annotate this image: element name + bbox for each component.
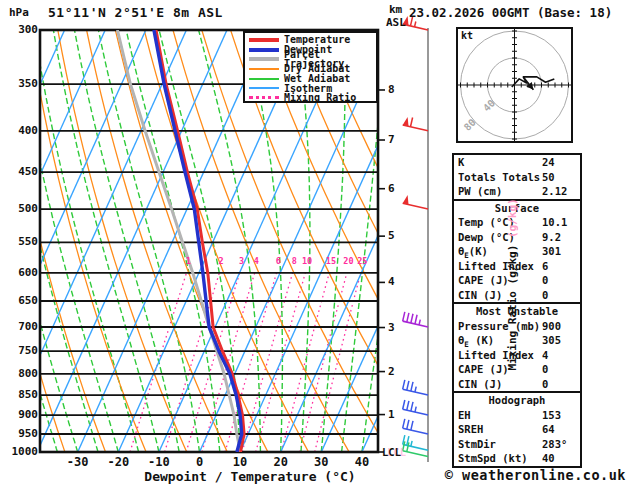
altitude-axis-unit-asl: ASL xyxy=(386,16,406,29)
table-row: StmSpd (kt)40 xyxy=(454,451,580,466)
parcel-trajectory-swatch-icon xyxy=(249,57,279,61)
table-row-label: θE(K) xyxy=(458,244,542,259)
legend-item: Mixing Ratio xyxy=(249,93,376,103)
table-row-value: 153 xyxy=(542,408,576,423)
lcl-marker-label: LCL xyxy=(382,446,401,458)
mixing-ratio-line xyxy=(281,273,329,452)
temperature-tick-label: -10 xyxy=(142,455,176,469)
temperature-tick-label: -20 xyxy=(101,455,135,469)
pressure-label: 850 xyxy=(2,388,38,401)
dry-adiabat-line xyxy=(87,30,228,452)
wind-barb xyxy=(403,400,428,415)
table-row-label: K xyxy=(458,155,542,170)
table-row-label: StmSpd (kt) xyxy=(458,451,542,466)
table-row-label: Lifted Index xyxy=(458,348,542,363)
table-section: K24Totals Totals50PW (cm)2.12 xyxy=(454,155,580,199)
mixing-ratio-line xyxy=(186,273,240,452)
hodograph-unit-label: kt xyxy=(461,30,473,41)
mixing-ratio-value-label: 4 xyxy=(248,256,264,266)
dewpoint-swatch-icon xyxy=(249,48,279,52)
wet-adiabat-line xyxy=(34,30,138,452)
sounding-curves xyxy=(117,30,244,452)
table-row-label: Totals Totals xyxy=(458,170,542,185)
table-row-label: CIN (J) xyxy=(458,288,542,303)
dry-adiabat-line xyxy=(605,30,629,452)
mixing-ratio-axis-ghost: (g/kg) xyxy=(506,198,519,244)
table-row-label: StmDir xyxy=(458,437,542,452)
table-row-label: Lifted Index xyxy=(458,259,542,274)
wind-barb xyxy=(403,435,428,450)
mixing-ratio-value-label: 15 xyxy=(323,256,339,266)
dry-adiabat-swatch-icon xyxy=(249,68,279,70)
temperature-tick-label: 0 xyxy=(183,455,217,469)
km-tick-label: 2 xyxy=(388,365,395,378)
wind-barb xyxy=(403,195,428,209)
table-section: HodographEH153SREH64StmDir283°StmSpd (kt… xyxy=(454,391,580,466)
isotherm-line xyxy=(78,30,268,452)
temperature-swatch-icon xyxy=(249,38,279,42)
table-row-label: PW (cm) xyxy=(458,184,542,199)
mixing-ratio-value-label: 6 xyxy=(270,256,286,266)
pressure-label: 950 xyxy=(2,427,38,440)
wet-adiabat-line xyxy=(75,30,180,452)
legend-box: TemperatureDewpointParcel TrajectoryDry … xyxy=(243,31,378,103)
pressure-label: 300 xyxy=(2,23,38,36)
table-row-label: θE (K) xyxy=(458,333,542,348)
mixing-ratio-axis-label: Mixing Ratio (g/kg) (g/kg) xyxy=(506,231,519,371)
legend-item-label: Isotherm xyxy=(284,84,332,93)
temperature-tick-label: 10 xyxy=(223,455,257,469)
table-row: StmDir283° xyxy=(454,437,580,452)
wind-barb xyxy=(403,312,428,327)
table-row: SREH64 xyxy=(454,422,580,437)
isotherm-swatch-icon xyxy=(249,87,279,89)
legend-item-label: Temperature xyxy=(284,35,350,44)
table-row-value: 50 xyxy=(542,170,576,185)
table-section-header: Hodograph xyxy=(458,393,576,408)
km-tick-label: 1 xyxy=(388,408,395,421)
mixing-ratio-line xyxy=(225,273,276,452)
table-row-label: EH xyxy=(458,408,542,423)
temperature-tick-label: -30 xyxy=(61,455,95,469)
credit-link[interactable]: © weatheronline.co.uk xyxy=(445,467,626,483)
legend-item: Wet Adiabat xyxy=(249,74,376,84)
table-row: Totals Totals50 xyxy=(454,170,580,185)
table-row-value: 0 xyxy=(542,362,576,377)
run-datetime: 23.02.2026 00GMT (Base: 18) xyxy=(409,5,612,20)
table-row-value: 10.1 xyxy=(542,215,576,230)
table-row-value: 6 xyxy=(542,259,576,274)
table-row-value: 64 xyxy=(542,422,576,437)
table-row-value: 24 xyxy=(542,155,576,170)
table-row: PW (cm)2.12 xyxy=(454,184,580,199)
table-row-label: Pressure (mb) xyxy=(458,319,542,334)
table-row-label: Temp (°C) xyxy=(458,215,542,230)
km-tick-label: 6 xyxy=(388,182,395,195)
pressure-label: 650 xyxy=(2,294,38,307)
dry-adiabat-line xyxy=(576,30,629,452)
table-row-value: 301 xyxy=(542,244,576,259)
mixing-ratio-value-label: 10 xyxy=(299,256,315,266)
pressure-label: 450 xyxy=(2,165,38,178)
table-row-value: 0 xyxy=(542,288,576,303)
table-row-value: 283° xyxy=(542,437,576,452)
sounding-page: { "header": { "pressure_unit": "hPa", "t… xyxy=(0,0,629,486)
pressure-label: 700 xyxy=(2,320,38,333)
mixing-ratio-value-label: 25 xyxy=(354,256,370,266)
table-row-label: CAPE (J) xyxy=(458,273,542,288)
wind-barb xyxy=(403,117,428,131)
table-row-label: Dewp (°C) xyxy=(458,230,542,245)
table-row: CIN (J)0 xyxy=(454,377,580,392)
pressure-label: 750 xyxy=(2,344,38,357)
wind-barb xyxy=(403,380,428,395)
table-row-value: 4 xyxy=(542,348,576,363)
pressure-axis-unit: hPa xyxy=(9,6,29,19)
table-row-value: 9.2 xyxy=(542,230,576,245)
pressure-label: 800 xyxy=(2,367,38,380)
pressure-label: 400 xyxy=(2,124,38,137)
table-row-label: CAPE (J) xyxy=(458,362,542,377)
temperature-tick-label: 20 xyxy=(264,455,298,469)
wind-barb xyxy=(403,419,428,434)
km-tick-label: 7 xyxy=(388,133,395,146)
table-row-value: 900 xyxy=(542,319,576,334)
km-tick-label: 4 xyxy=(388,275,395,288)
mixing-ratio-value-label: 3 xyxy=(233,256,249,266)
